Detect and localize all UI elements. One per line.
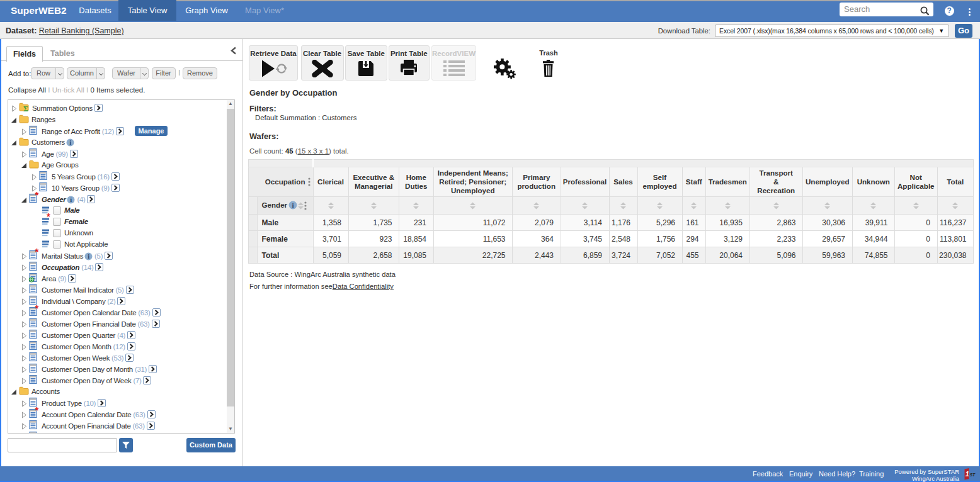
svg-text:*: *	[35, 405, 39, 415]
svg-text:i: i	[88, 253, 89, 260]
svg-text:i: i	[69, 139, 71, 146]
svg-text:i: i	[292, 201, 294, 209]
svg-text:*: *	[35, 303, 39, 313]
svg-text:ST: ST	[970, 473, 976, 477]
svg-text:*: *	[47, 211, 50, 221]
svg-text:*: *	[35, 189, 39, 200]
svg-text:1: 1	[966, 470, 969, 478]
svg-text:i: i	[71, 196, 72, 203]
svg-text:Σ: Σ	[23, 104, 28, 113]
svg-text:*: *	[35, 246, 39, 257]
